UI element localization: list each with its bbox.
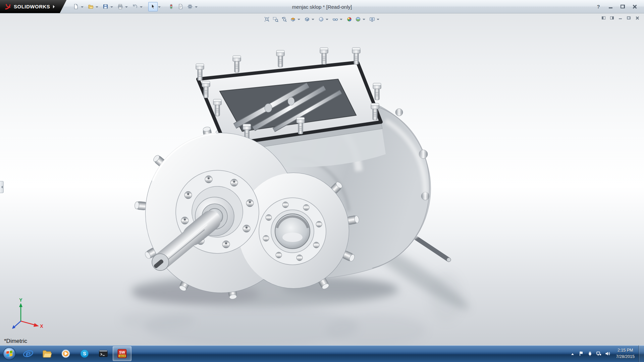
taskbar-media-player[interactable] [56, 346, 75, 361]
restore-button[interactable] [617, 3, 628, 11]
close-icon [633, 4, 637, 9]
apply-scene-dropdown[interactable] [363, 19, 365, 21]
reference-triad: Y X [9, 297, 44, 332]
doc-minimize-icon [619, 18, 622, 19]
select-dropdown[interactable] [158, 6, 161, 9]
view-orientation-label: *Dimetric [4, 338, 27, 345]
taskbar-pinned-apps: e [19, 345, 131, 362]
previous-view-button[interactable] [280, 15, 288, 23]
brand-expand-icon [53, 5, 56, 8]
taskbar-windows-explorer[interactable] [38, 346, 56, 361]
svg-text:S: S [83, 351, 86, 356]
edit-appearance-ball-icon [346, 16, 352, 22]
hide-show-items-button[interactable] [331, 15, 339, 23]
doc-restore-icon [627, 16, 630, 19]
windows-start-orb-icon [3, 347, 16, 360]
brand-label: SOLIDWORKS [14, 4, 50, 9]
zoom-to-fit-button[interactable] [262, 15, 271, 23]
print-dropdown[interactable] [125, 6, 128, 9]
previous-view-icon [281, 16, 287, 22]
internet-explorer-icon: e [23, 349, 33, 359]
open-button[interactable] [86, 2, 95, 11]
undo-dropdown[interactable] [140, 6, 143, 9]
save-icon [103, 4, 108, 9]
tray-volume-button[interactable] [603, 347, 612, 360]
section-view-icon [290, 16, 296, 22]
document-window-controls [600, 15, 641, 21]
save-dropdown[interactable] [110, 6, 113, 9]
pane-left-icon [602, 16, 605, 19]
collapse-arrow-icon [0, 186, 3, 188]
show-hidden-icons-button[interactable] [568, 347, 577, 360]
close-button[interactable] [629, 3, 640, 11]
minimize-icon [609, 7, 612, 8]
print-button[interactable] [115, 2, 125, 11]
action-center-button[interactable] [577, 347, 586, 360]
print-icon [117, 4, 123, 9]
doc-minimize-button[interactable] [616, 15, 624, 21]
view-settings-dropdown[interactable] [377, 19, 379, 21]
pane-left-button[interactable] [600, 15, 607, 21]
feature-panel-collapse-handle[interactable] [0, 181, 4, 193]
solidworks-logo-icon [4, 3, 11, 10]
minimize-button[interactable] [605, 3, 616, 11]
taskbar-skype[interactable]: S [75, 346, 94, 361]
pane-right-icon [610, 16, 614, 19]
edit-appearance-button[interactable] [345, 15, 354, 23]
options-dropdown[interactable] [195, 6, 198, 9]
tray-network-button[interactable] [594, 347, 603, 360]
clock-date: 7/28/2015 [616, 354, 635, 360]
save-button[interactable] [101, 2, 110, 11]
new-document-dropdown[interactable] [81, 6, 84, 9]
zoom-to-area-button[interactable] [271, 15, 280, 23]
tray-hardware-button[interactable] [586, 347, 594, 360]
doc-close-button[interactable] [633, 15, 641, 21]
doc-restore-button[interactable] [625, 15, 632, 21]
doc-close-icon [635, 16, 639, 19]
triad-x-label: X [40, 323, 43, 329]
hide-show-glasses-icon [332, 16, 338, 22]
view-settings-button[interactable] [368, 15, 376, 23]
graphics-area[interactable]: Y X *Dimetric [0, 13, 644, 345]
display-style-icon [318, 16, 324, 22]
section-view-dropdown[interactable] [298, 19, 300, 21]
options-button[interactable] [185, 2, 195, 11]
display-style-dropdown[interactable] [326, 19, 328, 21]
undo-button[interactable] [130, 2, 140, 11]
zoom-to-fit-icon [264, 16, 270, 22]
folder-icon [42, 348, 52, 359]
taskbar-solidworks[interactable]: SW 2015 [113, 346, 131, 361]
undo-icon [132, 4, 138, 9]
system-tray: 2:15 PM 7/28/2015 [568, 345, 644, 362]
taskbar-command-prompt[interactable] [94, 346, 113, 361]
gearbox-model[interactable] [0, 13, 644, 345]
display-style-button[interactable] [317, 15, 325, 23]
flag-icon [579, 351, 584, 356]
secondary-flange [259, 198, 326, 265]
show-desktop-button[interactable] [639, 345, 644, 362]
view-settings-icon [369, 16, 375, 22]
select-button[interactable] [148, 2, 158, 11]
pane-right-button[interactable] [608, 15, 615, 21]
taskbar-clock[interactable]: 2:15 PM 7/28/2015 [612, 347, 639, 360]
new-document-button[interactable] [71, 2, 80, 11]
help-button[interactable]: ? [593, 3, 604, 11]
file-properties-icon [178, 4, 183, 9]
view-orientation-dropdown[interactable] [312, 19, 314, 21]
view-orientation-button[interactable] [303, 15, 311, 23]
section-view-button[interactable] [288, 15, 297, 23]
taskbar-internet-explorer[interactable]: e [19, 346, 38, 361]
start-button[interactable] [0, 345, 19, 362]
rebuild-button[interactable] [166, 2, 176, 11]
options-gear-icon [187, 4, 193, 9]
view-orientation-cube-icon [304, 16, 310, 22]
svg-text:2015: 2015 [119, 355, 125, 358]
new-document-icon [73, 4, 79, 9]
apply-scene-icon [355, 16, 361, 22]
solidworks-menu-button[interactable]: SOLIDWORKS [0, 0, 66, 13]
file-properties-button[interactable] [176, 2, 185, 11]
open-dropdown[interactable] [96, 6, 98, 9]
open-icon [88, 4, 94, 9]
apply-scene-button[interactable] [354, 15, 362, 23]
hide-show-items-dropdown[interactable] [340, 19, 342, 21]
